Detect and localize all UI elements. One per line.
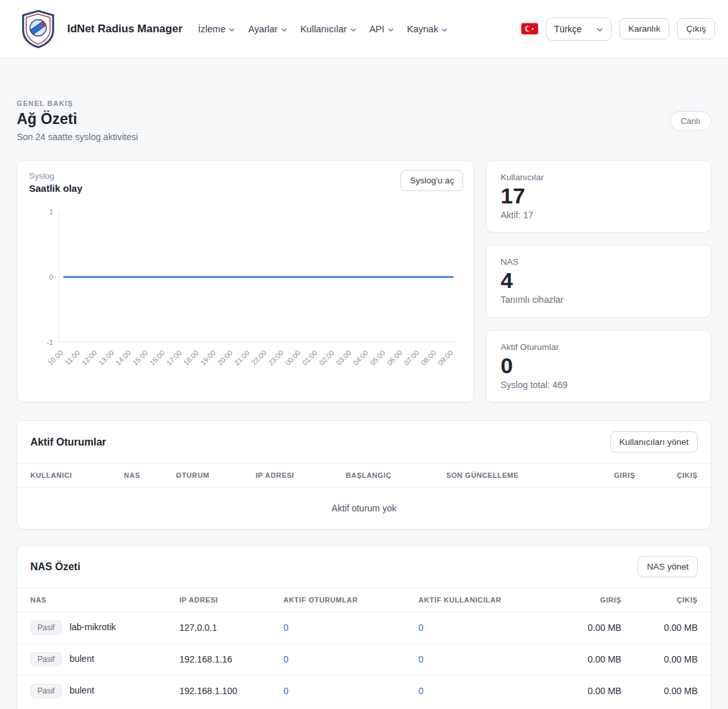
empty-state-row: Aktif oturum yok — [17, 488, 711, 529]
traffic-in: 0.00 MB — [551, 675, 634, 707]
column-header: Kullanici — [17, 464, 111, 488]
open-syslog-button[interactable]: Syslog'u aç — [400, 170, 463, 191]
syslog-chart-card: Syslog Saatlik olay Syslog'u aç 10-110:0… — [17, 160, 474, 402]
traffic-in: 0.00 MB — [551, 612, 634, 644]
svg-text:03:00: 03:00 — [335, 349, 353, 367]
svg-text:09:00: 09:00 — [436, 349, 454, 367]
language-select[interactable]: Türkçe — [546, 17, 612, 41]
header-right: Türkçe Karanlık Çıkış — [521, 17, 715, 41]
logout-button[interactable]: Çıkış — [677, 18, 715, 39]
nav-item-izleme[interactable]: İzleme — [198, 24, 236, 34]
svg-text:02:00: 02:00 — [318, 349, 336, 367]
app-title: IdNet Radius Manager — [67, 23, 183, 36]
column-header: Aktif Kullanicilar — [406, 588, 551, 612]
table-row: Pasiflab-mikrotik 127.0.0.1 0 0 0.00 MB … — [17, 612, 711, 644]
column-header: Son Güncelleme — [433, 464, 565, 488]
nas-ip: 192.168.1.100 — [167, 675, 271, 707]
traffic-in: 0.00 MB — [551, 644, 634, 675]
card-title: NAS Özeti — [30, 561, 80, 573]
svg-text:01:00: 01:00 — [300, 349, 318, 367]
svg-text:19:00: 19:00 — [199, 349, 217, 367]
stat-value: 0 — [501, 353, 696, 378]
chevron-down-icon — [350, 24, 357, 34]
stat-label: Kullanıcılar — [501, 172, 696, 182]
chevron-down-icon — [388, 24, 394, 34]
page-subtitle: Son 24 saatte syslog aktivitesi — [17, 132, 138, 142]
empty-state-text: Aktif oturum yok — [17, 488, 711, 529]
svg-text:08:00: 08:00 — [419, 349, 437, 367]
column-header: IP Adresi — [167, 588, 271, 612]
table-row: Pasifbulent 192.168.1.16 0 0 0.00 MB 0.0… — [17, 644, 711, 675]
status-badge: Pasif — [30, 684, 62, 698]
turkish-flag-icon — [521, 23, 538, 35]
traffic-out: 0.00 MB — [634, 612, 711, 644]
active-users-link[interactable]: 0 — [419, 622, 424, 633]
traffic-out: 0.00 MB — [634, 707, 711, 709]
column-header: Giriş — [551, 588, 634, 612]
status-badge: Pasif — [30, 652, 62, 666]
svg-text:10:00: 10:00 — [46, 349, 64, 367]
column-header: Aktif Oturumlar — [271, 588, 406, 612]
active-sessions-table: Kullanici NAS Oturum IP Adresi Başlangiç… — [17, 463, 711, 529]
table-row: Pasifunifi 192.168.1.252 0 0 0.00 MB 0.0… — [17, 707, 711, 709]
main-content: GENEL BAKIŞ Ağ Özeti Son 24 saatte syslo… — [0, 99, 728, 709]
svg-text:18:00: 18:00 — [182, 349, 200, 367]
active-users-link[interactable]: 0 — [419, 654, 424, 664]
stat-sub: Tanımlı cihazlar — [501, 294, 696, 305]
nav-item-ayarlar[interactable]: Ayarlar — [248, 24, 287, 34]
chevron-down-icon — [596, 24, 603, 34]
svg-text:00:00: 00:00 — [284, 349, 302, 367]
column-header: IP Adresi — [243, 464, 333, 488]
nas-name: lab-mikrotik — [70, 622, 116, 632]
stat-label: Aktif Oturumlar — [501, 342, 696, 352]
svg-text:1: 1 — [49, 208, 53, 216]
stat-card-nas: NAS 4 Tanımlı cihazlar — [486, 245, 711, 317]
nas-name: bulent — [70, 653, 94, 664]
column-header: Giriş — [565, 464, 649, 488]
nas-ip: 192.168.1.16 — [167, 644, 271, 675]
dark-mode-button[interactable]: Karanlık — [619, 18, 670, 39]
manage-users-button[interactable]: Kullanıcıları yönet — [610, 431, 698, 453]
chevron-down-icon — [441, 24, 448, 34]
active-sessions-link[interactable]: 0 — [284, 654, 289, 664]
svg-text:22:00: 22:00 — [250, 349, 268, 367]
nav-item-kaynak[interactable]: Kaynak — [407, 24, 448, 34]
svg-text:12:00: 12:00 — [80, 349, 98, 367]
column-header: NAS — [111, 464, 163, 488]
active-sessions-link[interactable]: 0 — [284, 622, 289, 633]
stat-sub: Syslog total: 469 — [501, 380, 696, 390]
svg-text:0: 0 — [49, 273, 53, 281]
active-sessions-link[interactable]: 0 — [284, 686, 289, 696]
column-header: Oturum — [163, 464, 242, 488]
traffic-out: 0.00 MB — [634, 644, 711, 675]
stat-card-sessions: Aktif Oturumlar 0 Syslog total: 469 — [486, 330, 711, 402]
svg-text:21:00: 21:00 — [233, 349, 251, 367]
chart-eyebrow: Syslog — [29, 171, 462, 181]
chevron-down-icon — [281, 24, 287, 34]
syslog-line-chart: 10-110:0011:0012:0013:0014:0015:0016:001… — [29, 203, 466, 395]
svg-text:15:00: 15:00 — [131, 349, 149, 367]
nav-item-kullanicilar[interactable]: Kullanıcılar — [300, 24, 357, 34]
column-header: Çikiş — [648, 464, 711, 488]
svg-text:05:00: 05:00 — [368, 349, 386, 367]
column-header: Çikiş — [634, 588, 711, 612]
stat-value: 17 — [501, 183, 696, 209]
svg-text:13:00: 13:00 — [97, 349, 115, 367]
dashboard-grid: Syslog Saatlik olay Syslog'u aç 10-110:0… — [17, 160, 711, 402]
table-row: Pasifbulent 192.168.1.100 0 0 0.00 MB 0.… — [17, 675, 711, 707]
manage-nas-button[interactable]: NAS yönet — [638, 556, 698, 577]
stat-card-users: Kullanıcılar 17 Aktif: 17 — [486, 160, 711, 232]
active-users-link[interactable]: 0 — [419, 686, 424, 696]
main-nav: İzleme Ayarlar Kullanıcılar API Kaynak — [198, 24, 448, 34]
nas-ip: 192.168.1.252 — [167, 707, 271, 709]
column-header: NAS — [17, 588, 167, 612]
svg-text:06:00: 06:00 — [386, 349, 404, 367]
stat-value: 4 — [501, 268, 696, 293]
nav-item-api[interactable]: API — [369, 24, 394, 34]
stats-column: Kullanıcılar 17 Aktif: 17 NAS 4 Tanımlı … — [486, 160, 711, 402]
section-eyebrow: GENEL BAKIŞ — [17, 99, 138, 107]
column-header: Başlangiç — [333, 464, 433, 488]
app-logo-icon[interactable] — [18, 9, 58, 49]
nas-ip: 127.0.0.1 — [167, 612, 271, 644]
svg-text:14:00: 14:00 — [114, 349, 132, 367]
